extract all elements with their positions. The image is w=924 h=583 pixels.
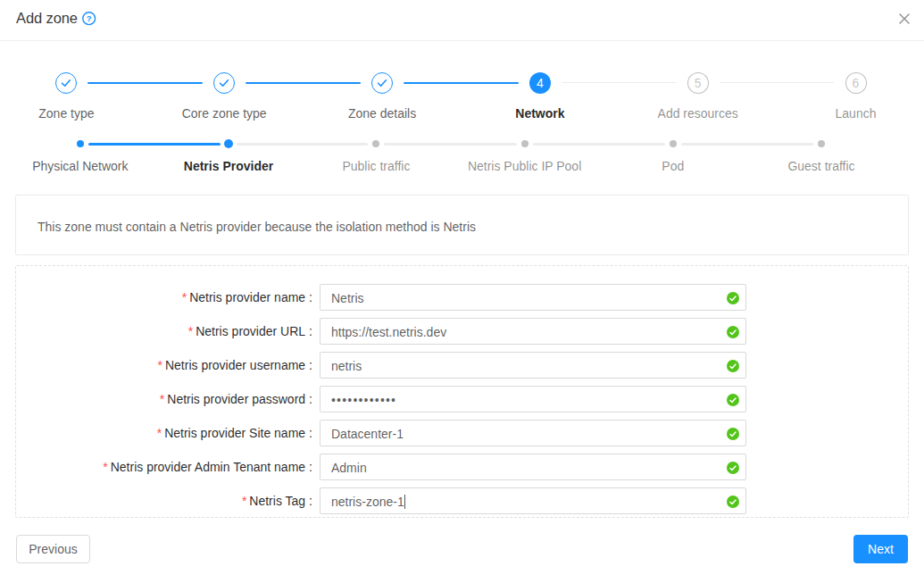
svg-text:?: ? [87,13,92,23]
